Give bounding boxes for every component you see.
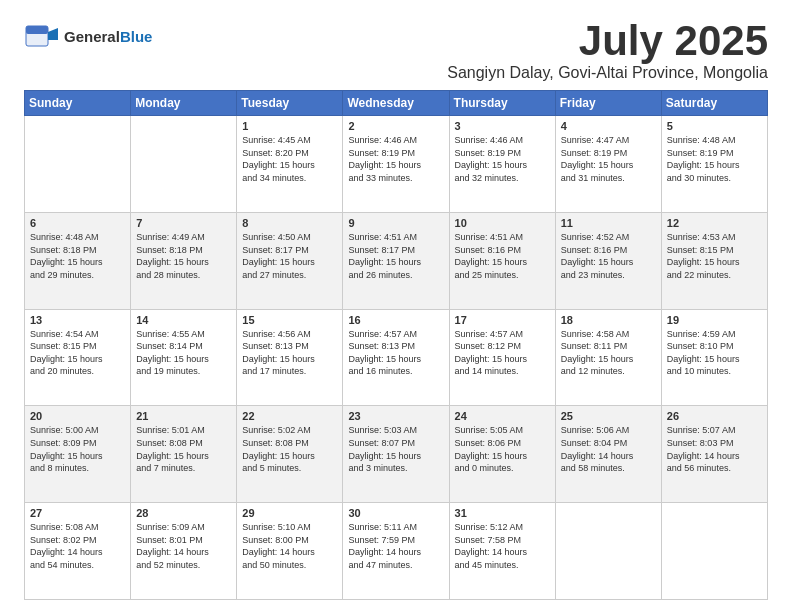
table-row: 21Sunrise: 5:01 AMSunset: 8:08 PMDayligh… [131,406,237,503]
day-number: 5 [667,120,762,132]
logo-text: GeneralBlue [64,28,152,45]
table-row: 13Sunrise: 4:54 AMSunset: 8:15 PMDayligh… [25,309,131,406]
day-number: 18 [561,314,656,326]
day-info: Sunrise: 5:09 AMSunset: 8:01 PMDaylight:… [136,521,231,571]
day-info: Sunrise: 5:08 AMSunset: 8:02 PMDaylight:… [30,521,125,571]
day-number: 4 [561,120,656,132]
day-info: Sunrise: 5:00 AMSunset: 8:09 PMDaylight:… [30,424,125,474]
day-number: 15 [242,314,337,326]
table-row: 26Sunrise: 5:07 AMSunset: 8:03 PMDayligh… [661,406,767,503]
table-row [25,116,131,213]
svg-rect-1 [26,26,48,34]
day-number: 2 [348,120,443,132]
day-info: Sunrise: 5:12 AMSunset: 7:58 PMDaylight:… [455,521,550,571]
day-number: 7 [136,217,231,229]
table-row: 23Sunrise: 5:03 AMSunset: 8:07 PMDayligh… [343,406,449,503]
month-title: July 2025 [447,18,768,64]
calendar-week-row: 13Sunrise: 4:54 AMSunset: 8:15 PMDayligh… [25,309,768,406]
day-number: 21 [136,410,231,422]
calendar-week-row: 27Sunrise: 5:08 AMSunset: 8:02 PMDayligh… [25,503,768,600]
col-tuesday: Tuesday [237,91,343,116]
day-number: 30 [348,507,443,519]
day-info: Sunrise: 4:49 AMSunset: 8:18 PMDaylight:… [136,231,231,281]
table-row: 2Sunrise: 4:46 AMSunset: 8:19 PMDaylight… [343,116,449,213]
day-info: Sunrise: 5:10 AMSunset: 8:00 PMDaylight:… [242,521,337,571]
day-number: 26 [667,410,762,422]
table-row: 22Sunrise: 5:02 AMSunset: 8:08 PMDayligh… [237,406,343,503]
day-number: 24 [455,410,550,422]
col-wednesday: Wednesday [343,91,449,116]
table-row: 29Sunrise: 5:10 AMSunset: 8:00 PMDayligh… [237,503,343,600]
day-info: Sunrise: 4:46 AMSunset: 8:19 PMDaylight:… [348,134,443,184]
location-title: Sangiyn Dalay, Govi-Altai Province, Mong… [447,64,768,82]
logo: GeneralBlue [24,18,152,54]
day-info: Sunrise: 5:02 AMSunset: 8:08 PMDaylight:… [242,424,337,474]
day-info: Sunrise: 4:51 AMSunset: 8:17 PMDaylight:… [348,231,443,281]
day-info: Sunrise: 5:06 AMSunset: 8:04 PMDaylight:… [561,424,656,474]
day-number: 25 [561,410,656,422]
table-row: 31Sunrise: 5:12 AMSunset: 7:58 PMDayligh… [449,503,555,600]
day-info: Sunrise: 4:58 AMSunset: 8:11 PMDaylight:… [561,328,656,378]
day-number: 16 [348,314,443,326]
table-row: 10Sunrise: 4:51 AMSunset: 8:16 PMDayligh… [449,212,555,309]
logo-icon [24,18,60,54]
day-number: 22 [242,410,337,422]
day-info: Sunrise: 4:48 AMSunset: 8:19 PMDaylight:… [667,134,762,184]
day-info: Sunrise: 5:01 AMSunset: 8:08 PMDaylight:… [136,424,231,474]
day-info: Sunrise: 4:55 AMSunset: 8:14 PMDaylight:… [136,328,231,378]
day-number: 19 [667,314,762,326]
day-info: Sunrise: 5:11 AMSunset: 7:59 PMDaylight:… [348,521,443,571]
table-row: 14Sunrise: 4:55 AMSunset: 8:14 PMDayligh… [131,309,237,406]
day-info: Sunrise: 5:07 AMSunset: 8:03 PMDaylight:… [667,424,762,474]
day-info: Sunrise: 4:47 AMSunset: 8:19 PMDaylight:… [561,134,656,184]
table-row [555,503,661,600]
day-number: 29 [242,507,337,519]
day-info: Sunrise: 4:51 AMSunset: 8:16 PMDaylight:… [455,231,550,281]
table-row: 12Sunrise: 4:53 AMSunset: 8:15 PMDayligh… [661,212,767,309]
day-number: 12 [667,217,762,229]
day-number: 23 [348,410,443,422]
day-number: 8 [242,217,337,229]
table-row: 24Sunrise: 5:05 AMSunset: 8:06 PMDayligh… [449,406,555,503]
table-row: 11Sunrise: 4:52 AMSunset: 8:16 PMDayligh… [555,212,661,309]
table-row: 15Sunrise: 4:56 AMSunset: 8:13 PMDayligh… [237,309,343,406]
day-info: Sunrise: 4:50 AMSunset: 8:17 PMDaylight:… [242,231,337,281]
svg-marker-2 [48,28,58,40]
day-number: 14 [136,314,231,326]
page: GeneralBlue July 2025 Sangiyn Dalay, Gov… [0,0,792,612]
table-row: 27Sunrise: 5:08 AMSunset: 8:02 PMDayligh… [25,503,131,600]
table-row: 30Sunrise: 5:11 AMSunset: 7:59 PMDayligh… [343,503,449,600]
table-row: 9Sunrise: 4:51 AMSunset: 8:17 PMDaylight… [343,212,449,309]
day-info: Sunrise: 5:03 AMSunset: 8:07 PMDaylight:… [348,424,443,474]
table-row: 19Sunrise: 4:59 AMSunset: 8:10 PMDayligh… [661,309,767,406]
day-info: Sunrise: 4:53 AMSunset: 8:15 PMDaylight:… [667,231,762,281]
day-number: 31 [455,507,550,519]
day-number: 20 [30,410,125,422]
day-info: Sunrise: 4:52 AMSunset: 8:16 PMDaylight:… [561,231,656,281]
day-number: 13 [30,314,125,326]
table-row: 20Sunrise: 5:00 AMSunset: 8:09 PMDayligh… [25,406,131,503]
day-info: Sunrise: 4:45 AMSunset: 8:20 PMDaylight:… [242,134,337,184]
day-number: 17 [455,314,550,326]
day-info: Sunrise: 5:05 AMSunset: 8:06 PMDaylight:… [455,424,550,474]
calendar-week-row: 1Sunrise: 4:45 AMSunset: 8:20 PMDaylight… [25,116,768,213]
calendar-header-row: Sunday Monday Tuesday Wednesday Thursday… [25,91,768,116]
table-row: 16Sunrise: 4:57 AMSunset: 8:13 PMDayligh… [343,309,449,406]
day-number: 11 [561,217,656,229]
day-number: 9 [348,217,443,229]
col-sunday: Sunday [25,91,131,116]
table-row: 1Sunrise: 4:45 AMSunset: 8:20 PMDaylight… [237,116,343,213]
day-info: Sunrise: 4:56 AMSunset: 8:13 PMDaylight:… [242,328,337,378]
day-info: Sunrise: 4:54 AMSunset: 8:15 PMDaylight:… [30,328,125,378]
table-row: 17Sunrise: 4:57 AMSunset: 8:12 PMDayligh… [449,309,555,406]
table-row [131,116,237,213]
col-monday: Monday [131,91,237,116]
table-row: 28Sunrise: 5:09 AMSunset: 8:01 PMDayligh… [131,503,237,600]
day-number: 6 [30,217,125,229]
table-row: 18Sunrise: 4:58 AMSunset: 8:11 PMDayligh… [555,309,661,406]
title-block: July 2025 Sangiyn Dalay, Govi-Altai Prov… [447,18,768,82]
col-thursday: Thursday [449,91,555,116]
table-row: 3Sunrise: 4:46 AMSunset: 8:19 PMDaylight… [449,116,555,213]
table-row: 25Sunrise: 5:06 AMSunset: 8:04 PMDayligh… [555,406,661,503]
day-info: Sunrise: 4:46 AMSunset: 8:19 PMDaylight:… [455,134,550,184]
